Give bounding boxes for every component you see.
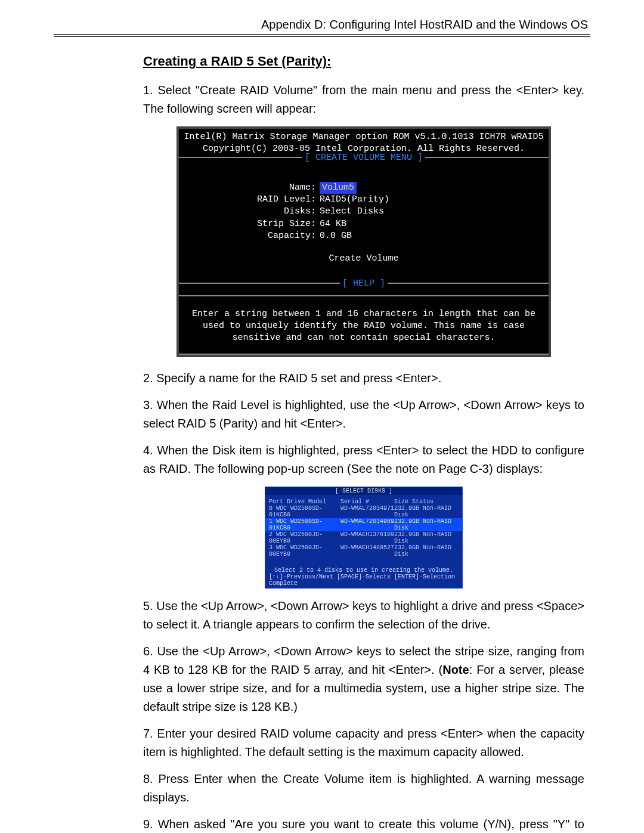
bios-label-raid: RAID Level: <box>191 194 320 206</box>
select-disks-footer1: Select 2 to 4 disks to use in creating t… <box>265 567 462 574</box>
select-disks-title: [ SELECT DISKS ] <box>265 487 462 495</box>
sd-cell-port: 1 WDC WD2500SD-01KCB0 <box>269 518 340 531</box>
section-title: Creating a RAID 5 Set (Parity): <box>143 54 584 69</box>
step-5: 5. Use the <Up Arrow>, <Down Arrow> keys… <box>143 597 584 634</box>
bios-field-name: Name: Volum5 <box>191 182 537 194</box>
bios-value-raid: RAID5(Parity) <box>320 194 389 206</box>
sd-cell-size: 232.9GB Non-RAID Disk <box>394 518 459 531</box>
sd-cell-serial: WD-WMAEH1489527 <box>340 544 394 558</box>
bios-field-capacity: Capacity: 0.0 GB <box>191 230 537 242</box>
bios-value-name: Volum5 <box>320 182 357 194</box>
select-disks-row: 2 WDC WD2500JD-00EYB0WD-WMAEH1376109232.… <box>265 531 462 544</box>
bios-body: Name: Volum5 RAID Level: RAID5(Parity) D… <box>179 170 549 277</box>
bios-create-volume-btn: Create Volume <box>191 253 537 265</box>
step-6: 6. Use the <Up Arrow>, <Down Arrow> keys… <box>143 642 584 716</box>
bios-value-strip: 64 KB <box>320 218 346 230</box>
bios-label-name: Name: <box>191 182 320 194</box>
bios-label-strip: Strip Size: <box>191 218 320 230</box>
sd-cell-port: 0 WDC WD2500SD-01KCB0 <box>269 505 340 518</box>
step-1: 1. Select "Create RAID Volume" from the … <box>143 81 584 118</box>
bios-value-capacity: 0.0 GB <box>320 230 352 242</box>
bios-screenshot-create-volume: Intel(R) Matrix Storage Manager option R… <box>177 126 551 357</box>
sd-header-serial: Serial # <box>340 498 394 505</box>
bios-create-menu-title: [ CREATE VOLUME MENU ] <box>179 157 549 170</box>
step-2: 2. Specify a name for the RAID 5 set and… <box>143 369 584 388</box>
bios-help-body: Enter a string between 1 and 16 characte… <box>179 295 549 355</box>
step-6-note: Note <box>442 663 469 676</box>
sd-header-size: Size Status <box>394 498 459 505</box>
bios-create-menu-title-text: [ CREATE VOLUME MENU ] <box>302 153 425 163</box>
select-disks-row: 0 WDC WD2500SD-01KCB0WD-WMAL72034971232.… <box>265 505 462 518</box>
bios-value-disks: Select Disks <box>320 206 384 218</box>
content: Creating a RAID 5 Set (Parity): 1. Selec… <box>54 54 590 833</box>
select-disks-row: 1 WDC WD2500SD-01KCB0WD-WMAL72034989232.… <box>265 518 462 531</box>
bios-label-disks: Disks: <box>191 206 320 218</box>
bios-field-disks: Disks: Select Disks <box>191 206 537 218</box>
step-7: 7. Enter your desired RAID volume capaci… <box>143 724 584 761</box>
select-disks-footer2: [↑↓]-Previous/Next [SPACE]-Selects [ENTE… <box>265 574 462 587</box>
bios-field-strip: Strip Size: 64 KB <box>191 218 537 230</box>
sd-cell-port: 2 WDC WD2500JD-00EYB0 <box>269 531 340 544</box>
sd-cell-size: 232.9GB Non-RAID Disk <box>394 544 459 558</box>
running-header: Appendix D: Configuring Intel HostRAID a… <box>54 18 590 32</box>
select-disks-header: Port Drive Model Serial # Size Status <box>265 498 462 505</box>
sd-cell-serial: WD-WMAEH1376109 <box>340 531 394 544</box>
bios-label-capacity: Capacity: <box>191 230 320 242</box>
select-disks-rows: 0 WDC WD2500SD-01KCB0WD-WMAL72034971232.… <box>265 505 462 558</box>
page: Appendix D: Configuring Intel HostRAID a… <box>0 0 644 833</box>
sd-cell-serial: WD-WMAL72034971 <box>340 505 394 518</box>
step-3: 3. When the Raid Level is highlighted, u… <box>143 396 584 433</box>
bios-help-title: [ HELP ] <box>179 283 549 296</box>
bios-help-title-text: [ HELP ] <box>340 278 388 289</box>
sd-header-port: Port Drive Model <box>269 498 340 505</box>
bios-field-raid-level: RAID Level: RAID5(Parity) <box>191 194 537 206</box>
sd-cell-size: 232.9GB Non-RAID Disk <box>394 505 459 518</box>
step-4: 4. When the Disk item is highlighted, pr… <box>143 441 584 478</box>
bios-screenshot-select-disks: [ SELECT DISKS ] Port Drive Model Serial… <box>265 487 463 589</box>
step-9: 9. When asked "Are you sure you want to … <box>143 815 584 833</box>
select-disks-row: 3 WDC WD2500JD-00EYB0WD-WMAEH1489527232.… <box>265 544 462 558</box>
sd-cell-serial: WD-WMAL72034989 <box>340 518 394 531</box>
sd-cell-port: 3 WDC WD2500JD-00EYB0 <box>269 544 340 558</box>
bios-header-line1: Intel(R) Matrix Storage Manager option R… <box>182 131 545 143</box>
sd-cell-size: 232.9GB Non-RAID Disk <box>394 531 459 544</box>
step-8: 8. Press Enter when the Create Volume it… <box>143 770 584 807</box>
